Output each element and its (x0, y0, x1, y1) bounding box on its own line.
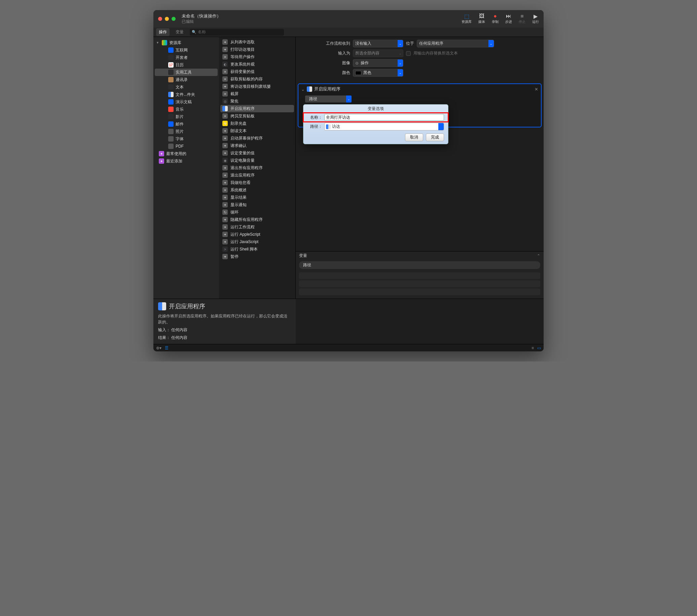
titlebar: 未命名（快速操作） 已编辑 ⬚ 资源库 🖾 媒体 ● 录制 ⏭ 步进 ■ 停止 (153, 10, 544, 28)
action-item-24[interactable]: ✦隐藏所有应用程序 (219, 216, 295, 223)
config-receives-select[interactable]: 没有输入 ⌄ (353, 40, 403, 47)
pdf-icon (168, 144, 174, 149)
config-color-select[interactable]: 黑色 ⌄ (353, 69, 403, 77)
action-item-14[interactable]: ✦请求确认 (219, 142, 295, 149)
popover-name-input[interactable] (324, 114, 444, 121)
sidebar-item-12[interactable]: 字体 (153, 135, 219, 142)
media-toolbar-button[interactable]: 🖾 媒体 (478, 13, 485, 24)
action-item-11[interactable]: ☢刻录光盘 (219, 120, 295, 127)
library-icon (162, 40, 167, 45)
footer-log-icon[interactable]: ≡ (532, 346, 534, 350)
finder-icon (158, 302, 166, 310)
action-item-label: 聚焦 (231, 99, 238, 104)
action-icon: ✦ (222, 254, 228, 259)
variables-panel-header[interactable]: 变量 ⌃ (296, 252, 544, 260)
action-item-26[interactable]: ✦运行 AppleScript (219, 231, 295, 238)
action-item-2[interactable]: ✕等待用户操作 (219, 53, 295, 61)
sidebar-item-2[interactable]: 17日历 (153, 61, 219, 69)
search-field[interactable]: 🔍 名称 (190, 29, 284, 36)
sidebar-item-1[interactable]: 开发者 (153, 54, 219, 61)
sidebar-item-7[interactable]: 演示文稿 (153, 98, 219, 106)
sidebar-item-5[interactable]: 文本 (153, 84, 219, 91)
variable-row[interactable]: 路径 (299, 261, 540, 269)
sidebar-icon: ⬚ (463, 13, 470, 19)
action-item-7[interactable]: ✕截屏 (219, 90, 295, 97)
action-item-18[interactable]: ✦退出应用程序 (219, 171, 295, 179)
action-item-27[interactable]: ✦运行 JavaScript (219, 238, 295, 245)
workflow-action-box[interactable]: ⌄ 开启应用程序 ✕ 路径 ⌄ 变量选项 (298, 84, 542, 127)
config-located-select[interactable]: 任何应用程序 ⌄ (417, 40, 494, 47)
action-item-19[interactable]: ✦我做给您看 (219, 179, 295, 186)
action-item-17[interactable]: ✦退出所有应用程序 (219, 164, 295, 171)
stop-toolbar-button[interactable]: ■ 停止 (519, 13, 525, 24)
action-path-select[interactable]: 路径 ⌄ (305, 95, 352, 103)
sidebar-item-label: 邮件 (176, 121, 184, 127)
sidebar-item-13[interactable]: PDF (153, 142, 219, 150)
sidebar-item-6[interactable]: 文件...件夹 (153, 91, 219, 98)
minimize-window-button[interactable] (165, 17, 169, 21)
replace-text-checkbox[interactable] (406, 51, 411, 56)
action-item-3[interactable]: ◐更改系统外观 (219, 61, 295, 68)
globe-icon (168, 47, 174, 53)
zoom-window-button[interactable] (172, 17, 176, 21)
workflow-action-header[interactable]: ⌄ 开启应用程序 ✕ (298, 84, 541, 94)
record-toolbar-button[interactable]: ● 录制 (492, 13, 499, 24)
popover-cancel-button[interactable]: 取消 (405, 134, 423, 141)
action-icon: ✕ (222, 69, 228, 74)
chevron-updown-icon: ⌄ (347, 97, 350, 101)
action-item-1[interactable]: ✦打印访达项目 (219, 46, 295, 53)
action-item-25[interactable]: ✦运行工作流程 (219, 223, 295, 231)
traffic-lights (158, 17, 176, 21)
sidebar-item-0[interactable]: 互联网 (153, 46, 219, 54)
popover-path-select[interactable]: 访达 (324, 123, 444, 131)
stop-icon: ■ (519, 13, 525, 19)
action-item-13[interactable]: ✦启动屏幕保护程序 (219, 135, 295, 142)
popover-done-button[interactable]: 完成 (426, 134, 444, 141)
action-item-20[interactable]: ✕系统概述 (219, 186, 295, 194)
action-item-8[interactable]: ◎聚焦 (219, 97, 295, 105)
footer-variables-icon[interactable]: ▭ (537, 346, 541, 350)
action-icon (222, 106, 228, 111)
step-toolbar-button[interactable]: ⏭ 步进 (505, 13, 512, 24)
footer-gear-icon[interactable]: ⊕▾ (156, 346, 162, 350)
action-item-4[interactable]: ✕获得变量的值 (219, 68, 295, 75)
sidebar-item-4[interactable]: 通讯录 (153, 76, 219, 84)
action-item-21[interactable]: ✦显示结果 (219, 194, 295, 201)
config-image-label: 图像 (300, 60, 350, 66)
sidebar-item-3[interactable]: 实用工具 (155, 69, 218, 76)
action-item-15[interactable]: ✦设定变量的值 (219, 149, 295, 157)
run-toolbar-button[interactable]: ▶ 运行 (532, 13, 539, 24)
close-window-button[interactable] (158, 17, 162, 21)
sidebar-item-11[interactable]: 照片 (153, 128, 219, 135)
footer-list-icon[interactable]: ☰ (165, 346, 168, 350)
toolbar: ⬚ 资源库 🖾 媒体 ● 录制 ⏭ 步进 ■ 停止 ▶ 运行 (461, 13, 539, 24)
action-icon: ✦ (222, 128, 228, 134)
action-item-12[interactable]: ✦朗读文本 (219, 127, 295, 135)
config-output-select[interactable]: 所选全部内容 ⌄ (353, 49, 403, 57)
sidebar-item-10[interactable]: 邮件 (153, 120, 219, 128)
sidebar-item-8[interactable]: 音乐 (153, 106, 219, 113)
main-area: ▼ 资源库 互联网开发者17日历实用工具通讯录文本文件...件夹演示文稿音乐影片… (153, 37, 544, 299)
config-image-select[interactable]: ⊖ 操作 ⌄ (353, 59, 403, 67)
action-icon: ◉ (222, 158, 228, 163)
action-icon: ◎ (222, 99, 228, 104)
close-icon[interactable]: ✕ (535, 87, 538, 92)
sidebar-root-library[interactable]: ▼ 资源库 (153, 39, 219, 46)
sidebar-item-9[interactable]: 影片 (153, 113, 219, 120)
action-item-10[interactable]: ✕拷贝至剪贴板 (219, 112, 295, 120)
action-item-9[interactable]: 开启应用程序 (220, 105, 294, 112)
tab-actions[interactable]: 操作 (156, 28, 169, 36)
tab-variables[interactable]: 变量 (173, 28, 187, 36)
action-item-0[interactable]: ✦从列表中选取 (219, 38, 295, 46)
action-item-label: 从列表中选取 (231, 39, 255, 45)
action-item-29[interactable]: ✦暂停 (219, 253, 295, 260)
sidebar-most-used[interactable]: ✦ 最常使用的 (153, 150, 219, 157)
sidebar-recent[interactable]: ✦ 最近添加 (153, 157, 219, 165)
action-item-23[interactable]: ↻循环 (219, 209, 295, 216)
action-item-16[interactable]: ◉设定电脑音量 (219, 157, 295, 164)
action-item-6[interactable]: ✦将访达项目移到废纸篓 (219, 83, 295, 90)
library-toolbar-button[interactable]: ⬚ 资源库 (461, 13, 472, 24)
action-item-22[interactable]: ✦显示通知 (219, 201, 295, 209)
action-item-28[interactable]: >运行 Shell 脚本 (219, 245, 295, 253)
action-item-5[interactable]: ✕获取剪贴板的内容 (219, 75, 295, 83)
